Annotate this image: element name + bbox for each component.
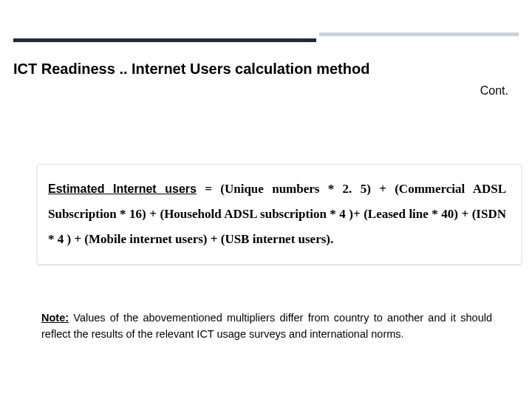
rule-dark-segment — [13, 38, 316, 42]
continuation-label: Cont. — [480, 84, 508, 98]
rule-light-segment — [319, 33, 519, 36]
note-block: Note: Values of the abovementioned multi… — [41, 310, 492, 343]
formula-box: Estimated Internet users = (Unique numbe… — [37, 164, 522, 265]
note-body: Values of the abovementioned multipliers… — [41, 312, 492, 340]
formula-label: Estimated Internet users — [48, 183, 197, 195]
note-label: Note: — [41, 312, 69, 324]
formula-text: Estimated Internet users = (Unique numbe… — [48, 177, 506, 252]
page-title: ICT Readiness .. Internet Users calculat… — [13, 61, 369, 78]
header-rule — [13, 33, 519, 43]
formula-equals: = — [197, 182, 220, 196]
